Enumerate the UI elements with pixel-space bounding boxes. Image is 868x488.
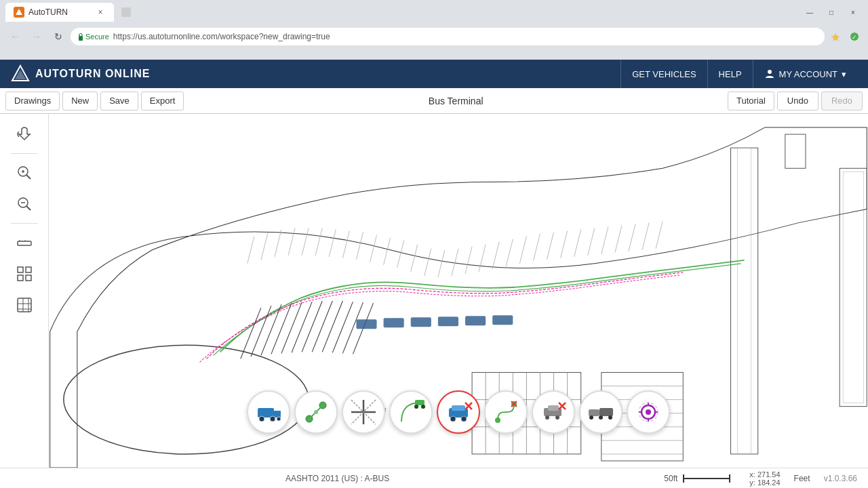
svg-line-37	[329, 230, 336, 257]
app-header: AUTOTURN ONLINE GET VEHICLES HELP MY ACC…	[0, 60, 868, 88]
view-tool-button[interactable]	[7, 259, 42, 289]
svg-line-51	[519, 237, 526, 264]
svg-rect-99	[438, 317, 458, 326]
measure-tool-button[interactable]	[7, 228, 42, 258]
save-button[interactable]: Save	[100, 92, 138, 110]
svg-line-71	[332, 302, 353, 352]
svg-point-138	[555, 415, 559, 420]
maximize-button[interactable]: □	[822, 6, 841, 18]
svg-rect-22	[26, 267, 31, 272]
canvas-area[interactable]: → → ← ← ←	[49, 114, 868, 468]
svg-rect-136	[548, 405, 559, 411]
svg-rect-122	[415, 400, 425, 405]
svg-line-49	[492, 242, 499, 269]
main-content: → → ← ← ←	[0, 114, 868, 488]
svg-point-144	[599, 415, 603, 420]
svg-line-36	[315, 228, 322, 256]
my-account-nav[interactable]: MY ACCOUNT ▾	[753, 60, 857, 88]
header-nav: GET VEHICLES HELP MY ACCOUNT ▾	[620, 60, 857, 88]
drawings-button[interactable]: Drawings	[5, 92, 60, 110]
svg-rect-25	[18, 298, 31, 312]
svg-point-128	[461, 416, 467, 422]
help-nav[interactable]: HELP	[707, 60, 753, 88]
zoom-in-tool-button[interactable]	[7, 158, 42, 188]
browser-titlebar: AutoTURN × — □ ×	[0, 0, 868, 24]
zoom-out-tool-button[interactable]	[7, 189, 42, 219]
svg-point-114	[277, 417, 281, 421]
svg-rect-95	[843, 171, 863, 403]
svg-rect-142	[599, 408, 613, 416]
turn-vehicle-button[interactable]	[389, 390, 433, 434]
svg-marker-3	[831, 33, 840, 41]
svg-text:←: ←	[491, 465, 498, 468]
forward-button[interactable]: →	[27, 27, 46, 46]
svg-rect-23	[18, 275, 23, 281]
settings-vehicle-button[interactable]	[627, 390, 670, 434]
tutorial-button[interactable]: Tutorial	[728, 92, 774, 110]
svg-rect-101	[492, 315, 513, 325]
browser-tab[interactable]: AutoTURN ×	[5, 3, 114, 22]
svg-rect-91	[731, 148, 758, 454]
svg-rect-16	[18, 241, 31, 245]
redo-button[interactable]: Redo	[821, 92, 863, 110]
grid-tool-button[interactable]	[7, 290, 42, 320]
delete-vehicle-button[interactable]	[532, 390, 575, 434]
svg-line-41	[384, 238, 391, 265]
refresh-button[interactable]: ↻	[49, 27, 68, 46]
svg-rect-24	[26, 275, 31, 281]
svg-line-57	[601, 227, 608, 254]
main-toolbar: Drawings New Save Export Bus Terminal Tu…	[0, 88, 868, 114]
svg-line-39	[356, 232, 363, 260]
svg-rect-100	[465, 316, 486, 325]
svg-line-15	[26, 206, 31, 210]
trailer-vehicle-button[interactable]	[579, 390, 623, 434]
svg-rect-96	[356, 319, 376, 329]
junction-vehicle-button[interactable]	[342, 390, 385, 434]
get-vehicles-nav[interactable]: GET VEHICLES	[620, 60, 707, 88]
svg-marker-7	[15, 70, 26, 79]
svg-line-63	[251, 306, 271, 357]
y-value: 184.24	[757, 479, 781, 487]
undo-button[interactable]: Undo	[777, 92, 818, 110]
secure-badge: Secure	[77, 33, 109, 41]
svg-point-147	[646, 409, 651, 415]
tab-close-button[interactable]: ×	[95, 7, 106, 18]
svg-line-68	[302, 301, 322, 352]
svg-line-62	[241, 308, 261, 359]
truck-vehicle-button[interactable]	[247, 390, 290, 434]
svg-rect-126	[452, 405, 465, 411]
window-controls: — □ ×	[800, 6, 863, 18]
back-button[interactable]: ←	[5, 27, 24, 46]
new-button[interactable]: New	[62, 92, 98, 110]
pan-tool-button[interactable]	[7, 119, 42, 149]
coordinates-display: x: 271.54 y: 184.24	[749, 470, 780, 487]
svg-text:←: ←	[583, 465, 589, 468]
extension-button[interactable]: ✓	[846, 28, 863, 45]
close-button[interactable]: ×	[844, 6, 863, 18]
svg-line-69	[312, 301, 332, 352]
export-button[interactable]: Export	[141, 92, 184, 110]
minimize-button[interactable]: —	[800, 6, 819, 18]
svg-point-124	[421, 405, 425, 409]
svg-line-32	[261, 233, 268, 260]
svg-line-64	[261, 304, 281, 355]
tab-favicon	[14, 7, 24, 18]
svg-line-52	[533, 234, 540, 261]
svg-line-70	[322, 301, 342, 352]
bookmark-button[interactable]	[827, 28, 844, 45]
path-vehicle-button[interactable]	[294, 390, 338, 434]
svg-rect-141	[589, 409, 599, 416]
svg-point-113	[270, 416, 275, 422]
version-label: v1.0.3.66	[824, 474, 857, 483]
new-tab-button[interactable]	[117, 3, 136, 22]
toolbar-right: Tutorial Undo Redo	[728, 92, 863, 110]
url-bar[interactable]: Secure https://us.autoturnonline.com/wor…	[71, 28, 825, 45]
svg-line-61	[656, 222, 663, 249]
active-car-button[interactable]	[437, 390, 480, 434]
svg-point-8	[768, 70, 772, 74]
svg-line-54	[561, 231, 568, 258]
path2-vehicle-button[interactable]	[484, 390, 528, 434]
url-text: https://us.autoturnonline.com/workspace?…	[113, 32, 330, 41]
svg-line-40	[370, 235, 377, 262]
svg-line-35	[302, 228, 309, 256]
